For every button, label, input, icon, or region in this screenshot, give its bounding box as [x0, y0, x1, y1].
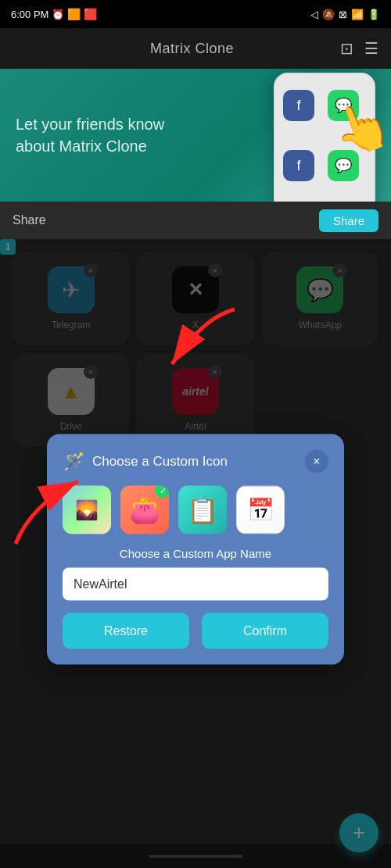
- restore-button[interactable]: Restore: [63, 613, 189, 648]
- matrix-icon[interactable]: ⊡: [340, 39, 353, 58]
- dialog-close-button[interactable]: ×: [305, 449, 328, 473]
- wallet-icon: 👛: [129, 495, 160, 524]
- icon-choices: 🌄 👛 📋 📅: [63, 485, 328, 534]
- icon-choice-book[interactable]: 📋: [178, 485, 227, 534]
- dialog: 🪄 Choose a Custom Icon × 🌄 👛 📋 📅 Choose …: [47, 434, 344, 664]
- wand-icon: 🪄: [63, 450, 84, 472]
- app-name-label: Choose a Custom App Name: [63, 546, 328, 559]
- share-bar: Share Share: [0, 202, 391, 239]
- app-name-input[interactable]: [63, 567, 328, 600]
- wifi-icon: 📶: [351, 9, 364, 20]
- app-bar: Matrix Clone ⊡ ☰: [0, 28, 391, 69]
- gallery-icon: 🌄: [75, 498, 99, 520]
- battery-x-icon: ⊠: [339, 9, 347, 20]
- battery-icon: 🔋: [368, 9, 380, 20]
- dialog-header: 🪄 Choose a Custom Icon ×: [63, 449, 328, 473]
- banner: Let your friends know about Matrix Clone…: [0, 69, 391, 202]
- share-button[interactable]: Share: [319, 209, 378, 232]
- status-left: 6:00 PM ⏰ 🟧 🟥: [11, 8, 97, 20]
- notif1-icon: 🟧: [67, 8, 81, 20]
- main-content: 1 ✈ × Telegram ✕ × X 💬 × WhatsApp: [0, 239, 391, 868]
- icon-choice-calendar[interactable]: 📅: [236, 485, 285, 534]
- banner-text: Let your friends know about Matrix Clone: [16, 113, 172, 157]
- phone-fb-icon: f: [283, 90, 314, 121]
- dialog-title-row: 🪄 Choose a Custom Icon: [63, 450, 228, 472]
- share-label: Share: [13, 213, 46, 227]
- confirm-button[interactable]: Confirm: [202, 613, 328, 648]
- status-time: 6:00 PM: [11, 9, 48, 20]
- dialog-title: Choose a Custom Icon: [92, 453, 228, 469]
- calendar-icon: 📅: [247, 497, 274, 523]
- menu-icon[interactable]: ☰: [364, 39, 378, 58]
- mute-icon: 🔕: [322, 9, 335, 20]
- app-bar-icons: ⊡ ☰: [340, 39, 378, 58]
- book-icon: 📋: [187, 495, 218, 524]
- alarm-icon: ⏰: [52, 9, 64, 20]
- dialog-buttons: Restore Confirm: [63, 613, 328, 648]
- phone-fb2-icon: f: [283, 150, 314, 181]
- location-icon: ◁: [310, 9, 318, 20]
- icon-choice-wallet[interactable]: 👛: [120, 485, 169, 534]
- icon-choice-gallery[interactable]: 🌄: [63, 485, 111, 534]
- app-title: Matrix Clone: [150, 41, 234, 57]
- notif2-icon: 🟥: [84, 8, 97, 20]
- status-right: ◁ 🔕 ⊠ 📶 🔋: [310, 9, 380, 20]
- status-bar: 6:00 PM ⏰ 🟧 🟥 ◁ 🔕 ⊠ 📶 🔋: [0, 0, 391, 28]
